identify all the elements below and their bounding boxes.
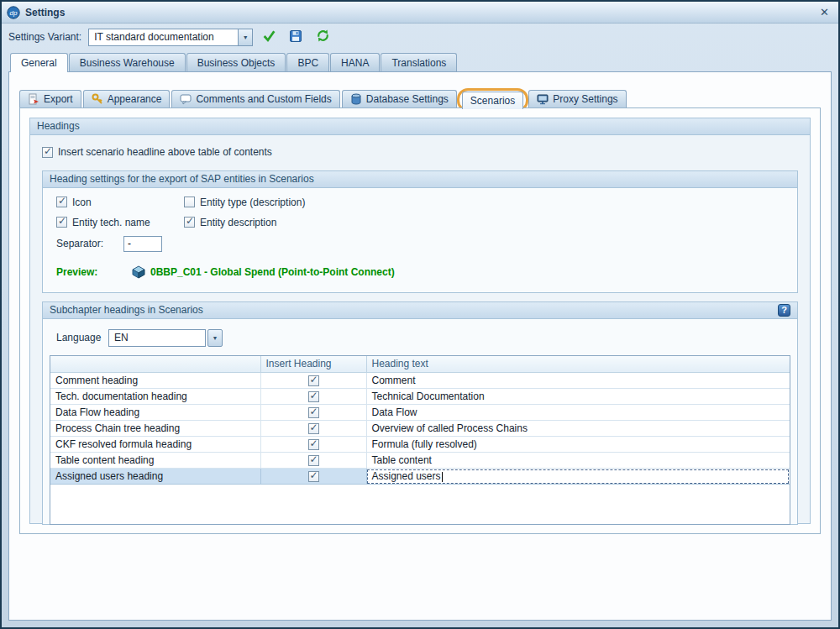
checkbox-box: [308, 391, 319, 402]
table-row[interactable]: Table content heading Table content: [50, 453, 790, 469]
subchapter-group-header: Subchapter headings in Scenarios ?: [43, 302, 797, 319]
icon-checkbox[interactable]: Icon: [56, 197, 184, 208]
entity-type-checkbox-label: Entity type (description): [200, 197, 305, 208]
tab-hana[interactable]: HANA: [330, 53, 380, 71]
separator-label: Separator:: [56, 238, 123, 249]
row-text-cell[interactable]: Table content: [366, 453, 790, 469]
checkbox-box: [56, 217, 67, 228]
editing-text: Assigned users: [372, 470, 441, 482]
entity-tech-name-checkbox[interactable]: Entity tech. name: [56, 217, 184, 228]
icon-checkbox-label: Icon: [72, 197, 92, 208]
tab-export[interactable]: Export: [19, 90, 81, 107]
row-name-cell[interactable]: Assigned users heading: [50, 469, 260, 485]
table-row[interactable]: Comment heading Comment: [50, 373, 790, 389]
tab-business-warehouse[interactable]: Business Warehouse: [69, 53, 186, 71]
row-name-cell[interactable]: Table content heading: [50, 453, 260, 469]
help-icon[interactable]: ?: [778, 304, 790, 317]
row-insert-cell[interactable]: [260, 373, 366, 389]
tab-proxy-settings[interactable]: Proxy Settings: [528, 90, 626, 107]
row-text-cell[interactable]: Overview of called Process Chains: [366, 421, 790, 437]
titlebar: dp Settings ✕: [2, 2, 838, 24]
row-insert-cell[interactable]: [260, 389, 366, 405]
headings-table: Insert Heading Heading text Comment head…: [50, 355, 790, 525]
checkbox-box: [308, 375, 319, 386]
heading-settings-header: Heading settings for the export of SAP e…: [43, 171, 797, 188]
refresh-icon: [316, 29, 330, 45]
row-text-cell[interactable]: Data Flow: [366, 405, 790, 421]
tab-bpc[interactable]: BPC: [286, 53, 329, 71]
language-chevron-down-icon[interactable]: ▼: [207, 329, 223, 347]
tab-database-settings-label: Database Settings: [366, 93, 449, 105]
settings-variant-combobox[interactable]: IT standard documentation ▼: [88, 29, 253, 46]
headings-group-header: Headings: [30, 118, 810, 135]
table-row[interactable]: CKF resolved formula heading Formula (fu…: [50, 437, 790, 453]
row-insert-cell[interactable]: [260, 453, 366, 469]
insert-headline-checkbox[interactable]: Insert scenario headline above table of …: [42, 146, 272, 158]
tab-general[interactable]: General: [10, 53, 68, 72]
row-insert-cell[interactable]: [260, 405, 366, 421]
checkbox-box: [308, 407, 319, 418]
separator-input[interactable]: [123, 236, 162, 252]
settings-window: dp Settings ✕ Settings Variant: IT stand…: [0, 0, 840, 629]
checkbox-box: [184, 197, 195, 207]
row-text-cell-editing[interactable]: Assigned users: [366, 469, 790, 485]
heading-settings-groupbox: Heading settings for the export of SAP e…: [42, 170, 798, 293]
text-caret: [442, 472, 443, 482]
row-insert-cell[interactable]: [260, 437, 366, 453]
preview-label: Preview:: [56, 266, 127, 278]
save-button[interactable]: [285, 27, 307, 47]
tab-translations[interactable]: Translations: [381, 53, 457, 71]
insert-checkbox[interactable]: [308, 439, 319, 450]
table-row[interactable]: Data Flow heading Data Flow: [50, 405, 790, 421]
insert-checkbox[interactable]: [308, 455, 319, 466]
infocube-icon: [132, 265, 145, 279]
checkbox-box: [308, 471, 319, 482]
tab-business-objects[interactable]: Business Objects: [186, 53, 286, 71]
tab-export-label: Export: [44, 93, 73, 105]
subchapter-groupbox: Subchapter headings in Scenarios ? Langu…: [42, 301, 798, 525]
row-name-cell[interactable]: Process Chain tree heading: [50, 421, 260, 437]
table-header-row: Insert Heading Heading text: [50, 356, 790, 373]
language-label: Language: [56, 332, 108, 343]
tab-proxy-settings-label: Proxy Settings: [553, 93, 617, 105]
entity-description-checkbox[interactable]: Entity description: [184, 217, 276, 228]
chevron-down-icon[interactable]: ▼: [238, 29, 252, 45]
apply-button[interactable]: [258, 27, 280, 47]
row-insert-cell[interactable]: [260, 421, 366, 437]
insert-checkbox[interactable]: [308, 407, 319, 418]
tab-scenarios[interactable]: Scenarios: [462, 92, 523, 109]
insert-checkbox[interactable]: [308, 423, 319, 434]
general-tab-page: Export Appearance Comments and Custom Fi…: [8, 71, 832, 621]
entity-type-checkbox[interactable]: Entity type (description): [184, 197, 305, 208]
row-name-cell[interactable]: Tech. documentation heading: [50, 389, 260, 405]
table-row[interactable]: Tech. documentation heading Technical Do…: [50, 389, 790, 405]
row-name-cell[interactable]: Data Flow heading: [50, 405, 260, 421]
insert-checkbox[interactable]: [308, 375, 319, 386]
row-name-cell[interactable]: Comment heading: [50, 373, 260, 389]
close-icon[interactable]: ✕: [817, 6, 832, 18]
tab-appearance[interactable]: Appearance: [83, 90, 171, 107]
database-icon: [350, 93, 362, 105]
refresh-button[interactable]: [312, 27, 333, 47]
insert-checkbox[interactable]: [308, 391, 319, 402]
settings-variant-value: IT standard documentation: [89, 31, 238, 43]
entity-tech-name-label: Entity tech. name: [72, 217, 150, 228]
tab-comments-custom-fields[interactable]: Comments and Custom Fields: [171, 90, 339, 107]
row-text-cell[interactable]: Technical Documentation: [366, 389, 790, 405]
table-row[interactable]: Process Chain tree heading Overview of c…: [50, 421, 790, 437]
row-text-cell[interactable]: Comment: [366, 373, 790, 389]
row-text-cell[interactable]: Formula (fully resolved): [366, 437, 790, 453]
row-name-cell[interactable]: CKF resolved formula heading: [50, 437, 260, 453]
checkbox-box: [308, 423, 319, 434]
row-insert-cell[interactable]: [260, 469, 366, 485]
language-combobox[interactable]: EN: [108, 329, 206, 347]
tab-database-settings[interactable]: Database Settings: [342, 90, 457, 107]
insert-checkbox[interactable]: [308, 471, 319, 482]
column-header-heading-text[interactable]: Heading text: [366, 356, 790, 373]
column-header-name[interactable]: [50, 356, 260, 373]
headings-group-title: Headings: [37, 118, 80, 134]
table-row-selected[interactable]: Assigned users heading Assigned users: [50, 469, 790, 485]
entity-description-label: Entity description: [200, 217, 276, 228]
subchapter-group-title: Subchapter headings in Scenarios: [50, 302, 203, 318]
column-header-insert-heading[interactable]: Insert Heading: [260, 356, 366, 373]
